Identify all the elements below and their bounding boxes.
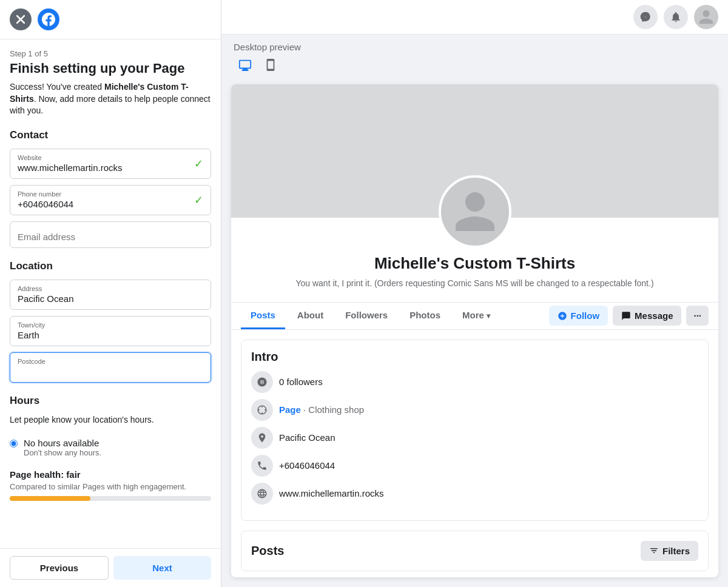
phone-intro-item: +6046046044 bbox=[251, 455, 698, 477]
next-button[interactable]: Next bbox=[113, 556, 211, 580]
filters-button-label: Filters bbox=[662, 546, 690, 556]
no-hours-radio[interactable] bbox=[10, 440, 18, 448]
intro-title: Intro bbox=[251, 350, 698, 364]
page-type-suffix: · Clothing shop bbox=[303, 404, 364, 415]
top-bar bbox=[221, 0, 728, 35]
close-button[interactable] bbox=[10, 8, 32, 30]
phone-input-group: Phone number ✓ bbox=[10, 185, 211, 215]
hours-sub-text: Let people know your location's hours. bbox=[10, 414, 211, 426]
town-label: Town/city bbox=[18, 321, 203, 329]
filters-button[interactable]: Filters bbox=[641, 541, 698, 561]
preview-container: Michelle's Custom T-Shirts You want it, … bbox=[231, 84, 718, 577]
more-chevron-icon bbox=[487, 310, 490, 320]
step-label: Step 1 of 5 bbox=[10, 49, 211, 58]
location-intro-item: Pacific Ocean bbox=[251, 427, 698, 449]
fb-nav: Posts About Followers Photos More Follow… bbox=[231, 302, 718, 330]
user-avatar[interactable] bbox=[694, 5, 718, 29]
address-input[interactable] bbox=[18, 294, 203, 304]
message-button[interactable]: Message bbox=[613, 306, 681, 326]
left-panel: Step 1 of 5 Finish setting up your Page … bbox=[0, 0, 221, 587]
website-label: Website bbox=[18, 154, 203, 161]
follow-button-label: Follow bbox=[571, 310, 600, 321]
device-switcher bbox=[234, 56, 716, 77]
followers-text: 0 followers bbox=[279, 377, 323, 387]
more-actions-button[interactable]: ··· bbox=[686, 306, 709, 326]
message-button-label: Message bbox=[635, 310, 673, 321]
website-input[interactable] bbox=[18, 163, 203, 173]
mobile-view-button[interactable] bbox=[259, 56, 282, 77]
facebook-logo bbox=[38, 8, 59, 30]
no-hours-label: No hours available bbox=[24, 438, 101, 448]
success-text-start: Success! You've created bbox=[10, 82, 104, 92]
location-text: Pacific Ocean bbox=[279, 432, 335, 443]
page-title: Finish setting up your Page bbox=[10, 61, 211, 76]
phone-check-icon: ✓ bbox=[194, 193, 203, 207]
location-section-label: Location bbox=[10, 260, 211, 272]
town-input-group: Town/city bbox=[10, 316, 211, 346]
followers-intro-item: 0 followers bbox=[251, 371, 698, 393]
address-input-group: Address bbox=[10, 280, 211, 310]
nav-item-posts[interactable]: Posts bbox=[241, 303, 285, 329]
nav-item-followers[interactable]: Followers bbox=[335, 303, 397, 329]
notifications-icon-button[interactable] bbox=[664, 5, 688, 29]
email-input-group bbox=[10, 221, 211, 248]
left-content: Step 1 of 5 Finish setting up your Page … bbox=[0, 39, 221, 548]
page-health-section: Page health: fair Compared to similar Pa… bbox=[10, 469, 211, 501]
nav-item-about[interactable]: About bbox=[288, 303, 333, 329]
fb-page-name: Michelle's Custom T-Shirts bbox=[243, 254, 706, 273]
website-input-group: Website ✓ bbox=[10, 149, 211, 179]
top-bar-right bbox=[633, 5, 718, 29]
postcode-label: Postcode bbox=[18, 358, 203, 365]
phone-input[interactable] bbox=[18, 199, 203, 209]
preview-label-area: Desktop preview bbox=[221, 35, 728, 84]
hours-section: Hours Let people know your location's ho… bbox=[10, 395, 211, 458]
nav-item-more[interactable]: More bbox=[453, 303, 500, 329]
page-type-icon bbox=[251, 399, 273, 421]
page-type-intro-item: Page · Clothing shop bbox=[251, 399, 698, 421]
location-icon bbox=[251, 427, 273, 449]
fb-nav-actions: Follow Message ··· bbox=[549, 306, 709, 326]
left-header bbox=[0, 0, 221, 39]
postcode-input[interactable] bbox=[18, 366, 203, 377]
success-text-end: . Now, add more details to help people c… bbox=[10, 94, 211, 116]
health-bar-fill bbox=[10, 496, 90, 501]
follow-button[interactable]: Follow bbox=[549, 306, 608, 326]
phone-icon bbox=[251, 455, 273, 477]
health-label: Page health: fair bbox=[10, 469, 211, 480]
intro-card: Intro 0 followers Page · Clothing shop bbox=[241, 340, 709, 521]
posts-section: Posts Filters bbox=[241, 531, 709, 571]
previous-button[interactable]: Previous bbox=[10, 556, 109, 580]
posts-header: Posts Filters bbox=[251, 541, 698, 561]
health-sub: Compared to similar Pages with high enga… bbox=[10, 482, 211, 491]
followers-icon bbox=[251, 371, 273, 393]
fb-main-content: Intro 0 followers Page · Clothing shop bbox=[231, 330, 718, 577]
desktop-view-button[interactable] bbox=[234, 56, 257, 77]
phone-label: Phone number bbox=[18, 190, 203, 198]
no-hours-radio-item: No hours available Don't show any hours. bbox=[10, 438, 211, 457]
town-input[interactable] bbox=[18, 330, 203, 340]
preview-label: Desktop preview bbox=[234, 42, 716, 52]
website-text: www.michellemartin.rocks bbox=[279, 488, 384, 498]
nav-item-photos[interactable]: Photos bbox=[400, 303, 450, 329]
contact-section-label: Contact bbox=[10, 129, 211, 141]
website-check-icon: ✓ bbox=[194, 157, 203, 170]
left-footer: Previous Next bbox=[0, 548, 221, 587]
page-type-prefix: Page bbox=[279, 404, 301, 415]
page-type-text: Page · Clothing shop bbox=[279, 404, 364, 415]
no-hours-sub: Don't show any hours. bbox=[24, 448, 101, 457]
website-intro-item: www.michellemartin.rocks bbox=[251, 483, 698, 505]
address-label: Address bbox=[18, 285, 203, 292]
email-input[interactable] bbox=[18, 227, 203, 242]
health-bar-bg bbox=[10, 496, 211, 501]
postcode-input-group: Postcode bbox=[10, 352, 211, 383]
location-section: Location Address Town/city Postcode bbox=[10, 260, 211, 383]
website-icon bbox=[251, 483, 273, 505]
right-panel: Desktop preview Michelle's Custom T-Shir… bbox=[221, 0, 728, 587]
success-text: Success! You've created Michelle's Custo… bbox=[10, 81, 211, 117]
fb-page-tagline: You want it, I print it. (Orders request… bbox=[293, 278, 657, 290]
messenger-icon-button[interactable] bbox=[633, 5, 658, 29]
fb-cover-photo bbox=[231, 84, 718, 218]
phone-text: +6046046044 bbox=[279, 460, 335, 471]
posts-title: Posts bbox=[251, 544, 284, 558]
hours-section-label: Hours bbox=[10, 395, 211, 407]
